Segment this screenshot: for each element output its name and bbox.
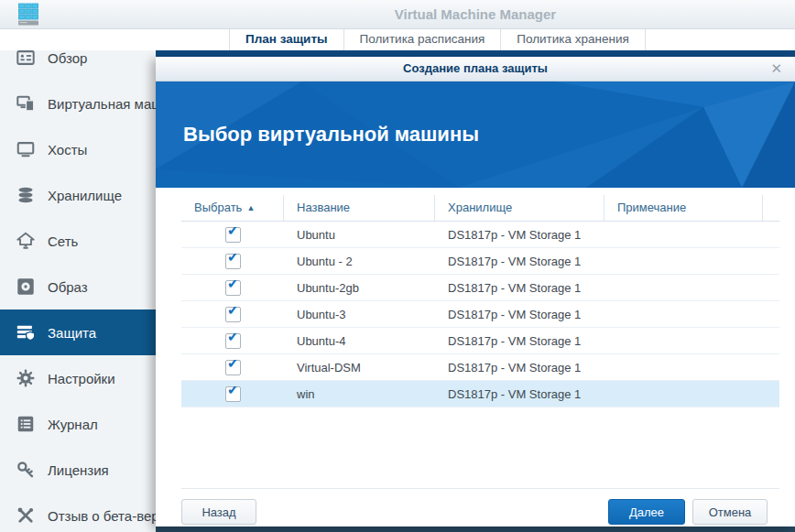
content-top-bar [156, 50, 795, 57]
sidebar-item-settings[interactable]: Настройки [0, 355, 156, 401]
sidebar-item-license[interactable]: Лицензия [0, 447, 156, 493]
vm-name-cell: Ubuntu [284, 228, 435, 242]
check-icon: ✓ [227, 307, 240, 320]
cancel-button[interactable]: Отмена [692, 499, 768, 525]
row-select-cell: ✓ [181, 254, 284, 269]
row-checkbox[interactable]: ✓ [225, 227, 241, 243]
sidebar-item-label: Обзор [48, 50, 87, 66]
tab-schedule-policy[interactable]: Политика расписания [343, 29, 501, 50]
vm-storage-cell: DS1817p - VM Storage 1 [435, 361, 604, 375]
dialog-banner: Выбор виртуальной машины [156, 81, 795, 188]
window-title: Virtual Machine Manager [156, 0, 795, 29]
row-select-cell: ✓ [181, 307, 284, 322]
footer-divider [181, 488, 779, 489]
sidebar-item-label: Образ [48, 279, 88, 295]
sidebar-item-protection[interactable]: Защита [0, 309, 156, 355]
sidebar-list: Обзор Виртуальная машина Хосты Хранилище… [0, 29, 156, 532]
row-select-cell: ✓ [181, 280, 284, 296]
sidebar-item-storage[interactable]: Хранилище [0, 172, 156, 218]
vm-name-cell: Virtual-DSM [284, 361, 435, 375]
tab-protection-plan[interactable]: План защиты [229, 29, 343, 50]
row-select-cell: ✓ [181, 227, 284, 243]
table-row[interactable]: ✓ Ubuntu - 2 DS1817p - VM Storage 1 [181, 248, 779, 275]
vm-storage-cell: DS1817p - VM Storage 1 [435, 281, 604, 295]
wizard-step-title: Выбор виртуальной машины [183, 123, 479, 147]
table-row[interactable]: ✓ Ubuntu-3 DS1817p - VM Storage 1 [181, 301, 779, 328]
vm-name-cell: Ubuntu-4 [284, 334, 435, 348]
image-icon [16, 277, 36, 297]
dialog-title: Создание плана защиты [156, 57, 795, 81]
row-checkbox[interactable]: ✓ [225, 386, 241, 402]
vm-storage-cell: DS1817p - VM Storage 1 [435, 228, 604, 242]
column-storage[interactable]: Хранилище [435, 195, 604, 221]
row-checkbox[interactable]: ✓ [225, 360, 241, 375]
hosts-icon [16, 139, 36, 159]
vm-name-cell: Ubuntu-2gb [284, 281, 435, 295]
create-protection-plan-dialog: Создание плана защиты ✕ Выбор виртуально… [156, 57, 795, 527]
sidebar-item-feedback[interactable]: Отзыв о бета-версии [0, 493, 156, 532]
column-note[interactable]: Примечание [604, 195, 763, 221]
vm-storage-cell: DS1817p - VM Storage 1 [435, 334, 604, 348]
sidebar-item-hosts[interactable]: Хосты [0, 126, 156, 172]
table-body: ✓ Ubuntu DS1817p - VM Storage 1 ✓ Ubuntu… [181, 222, 779, 407]
next-button[interactable]: Далее [608, 499, 685, 525]
vm-table: Выбрать▲ Название Хранилище Примечание ✓… [181, 195, 779, 407]
check-icon: ✓ [227, 360, 240, 373]
table-row[interactable]: ✓ win DS1817p - VM Storage 1 [181, 381, 779, 407]
sidebar-item-network[interactable]: Сеть [0, 218, 156, 264]
row-checkbox[interactable]: ✓ [225, 254, 241, 269]
sidebar-item-label: Лицензия [48, 462, 109, 478]
license-icon [16, 460, 36, 480]
tab-bar: План защиты Политика расписания Политика… [0, 29, 795, 50]
topbar: Virtual Machine Manager [0, 0, 795, 29]
row-checkbox[interactable]: ✓ [225, 307, 241, 322]
vm-storage-cell: DS1817p - VM Storage 1 [435, 308, 604, 321]
table-header: Выбрать▲ Название Хранилище Примечание [181, 195, 779, 222]
column-name[interactable]: Название [284, 195, 435, 221]
check-icon: ✓ [227, 254, 240, 266]
check-icon: ✓ [227, 333, 240, 346]
check-icon: ✓ [227, 227, 240, 240]
sort-asc-icon: ▲ [246, 203, 255, 212]
column-select[interactable]: Выбрать▲ [181, 195, 284, 221]
row-checkbox[interactable]: ✓ [225, 280, 241, 296]
dialog-titlebar: Создание плана защиты ✕ [156, 57, 795, 81]
settings-icon [16, 368, 36, 388]
vm-name-cell: win [284, 387, 435, 401]
window-bottom-edge [156, 527, 795, 532]
sidebar-item-virtual-machine[interactable]: Виртуальная машина [0, 81, 156, 126]
sidebar-item-label: Настройки [48, 371, 115, 386]
overview-icon [16, 48, 36, 68]
vm-name-cell: Ubuntu - 2 [284, 255, 435, 268]
check-icon: ✓ [227, 280, 240, 293]
row-select-cell: ✓ [181, 360, 284, 375]
table-row[interactable]: ✓ Ubuntu-4 DS1817p - VM Storage 1 [181, 328, 779, 354]
sidebar-item-label: Журнал [48, 417, 98, 432]
protection-icon [16, 322, 36, 342]
sidebar-item-log[interactable]: Журнал [0, 401, 156, 447]
sidebar-item-label: Сеть [48, 233, 78, 249]
table-row[interactable]: ✓ Ubuntu DS1817p - VM Storage 1 [181, 222, 779, 248]
column-spacer [763, 195, 779, 221]
vm-name-cell: Ubuntu-3 [284, 308, 435, 321]
app-icon[interactable] [15, 2, 42, 31]
close-icon[interactable]: ✕ [770, 57, 782, 81]
row-select-cell: ✓ [181, 333, 284, 349]
sidebar-item-image[interactable]: Образ [0, 264, 156, 309]
log-icon [16, 414, 36, 434]
tab-retention-policy[interactable]: Политика хранения [500, 29, 646, 50]
row-checkbox[interactable]: ✓ [225, 333, 241, 349]
check-icon: ✓ [227, 386, 240, 399]
table-row[interactable]: ✓ Ubuntu-2gb DS1817p - VM Storage 1 [181, 275, 779, 301]
sidebar-item-label: Защита [48, 325, 96, 341]
sidebar-item-label: Хранилище [48, 188, 122, 203]
network-icon [16, 231, 36, 251]
virtual-machine-icon [16, 93, 36, 114]
row-select-cell: ✓ [181, 386, 284, 402]
back-button[interactable]: Назад [181, 499, 256, 525]
table-row[interactable]: ✓ Virtual-DSM DS1817p - VM Storage 1 [181, 354, 779, 381]
sidebar: Обзор Виртуальная машина Хосты Хранилище… [0, 29, 156, 532]
feedback-icon [16, 505, 36, 526]
storage-icon [16, 185, 36, 205]
sidebar-item-label: Хосты [48, 142, 87, 157]
